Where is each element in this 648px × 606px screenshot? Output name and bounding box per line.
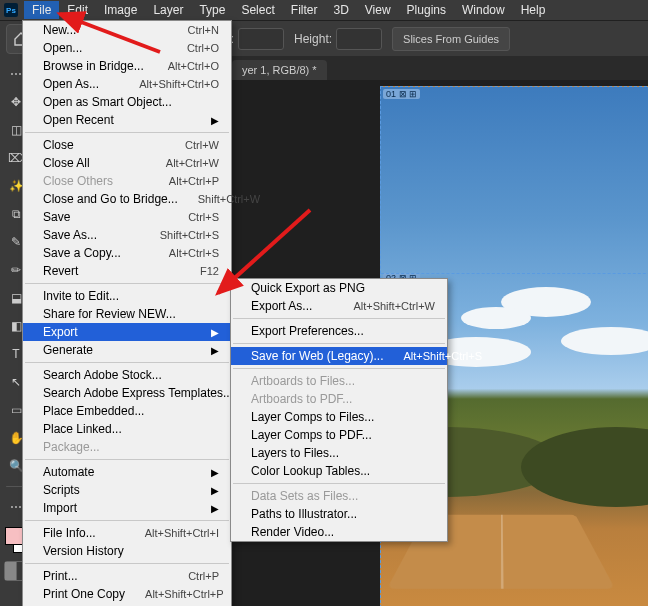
menu-item-label: Package... [43,440,219,454]
file-menu-item-place-embedded[interactable]: Place Embedded... [23,402,231,420]
file-menu-item-save[interactable]: SaveCtrl+S [23,208,231,226]
file-menu: New...Ctrl+NOpen...Ctrl+OBrowse in Bridg… [22,20,232,606]
menu-item-shortcut: Shift+Ctrl+W [198,193,260,205]
slices-from-guides-button[interactable]: Slices From Guides [392,27,510,51]
menu-plugins[interactable]: Plugins [399,1,454,19]
submenu-arrow-icon: ▶ [211,503,219,514]
file-menu-item-close-all[interactable]: Close AllAlt+Ctrl+W [23,154,231,172]
export-menu-item-save-for-web-legacy[interactable]: Save for Web (Legacy)...Alt+Shift+Ctrl+S [231,347,447,365]
menu-filter[interactable]: Filter [283,1,326,19]
export-menu-item-paths-to-illustrator[interactable]: Paths to Illustrator... [231,505,447,523]
menu-image[interactable]: Image [96,1,145,19]
file-menu-item-open-as-smart-object[interactable]: Open as Smart Object... [23,93,231,111]
file-menu-separator [25,362,229,363]
export-menu-item-layer-comps-to-pdf[interactable]: Layer Comps to PDF... [231,426,447,444]
file-menu-item-close-others: Close OthersAlt+Ctrl+P [23,172,231,190]
export-menu-item-layer-comps-to-files[interactable]: Layer Comps to Files... [231,408,447,426]
menu-item-shortcut: Alt+Ctrl+W [166,157,219,169]
menu-item-label: Export As... [251,299,333,313]
file-menu-item-new[interactable]: New...Ctrl+N [23,21,231,39]
file-menu-separator [25,283,229,284]
menu-item-label: Export Preferences... [251,324,435,338]
file-menu-item-print-one-copy[interactable]: Print One CopyAlt+Shift+Ctrl+P [23,585,231,603]
menu-item-label: Print One Copy [43,587,125,601]
slice-guide [381,273,648,274]
menu-help[interactable]: Help [513,1,554,19]
slices-button-label: Slices From Guides [403,33,499,45]
menu-item-label: Open... [43,41,167,55]
export-menu-item-color-lookup-tables[interactable]: Color Lookup Tables... [231,462,447,480]
height-field[interactable]: Height: [294,28,382,50]
menu-item-label: Place Linked... [43,422,219,436]
menu-item-shortcut: Alt+Shift+Ctrl+O [139,78,219,90]
menu-item-label: Paths to Illustrator... [251,507,435,521]
menu-item-label: Save As... [43,228,140,242]
file-menu-item-open-as[interactable]: Open As...Alt+Shift+Ctrl+O [23,75,231,93]
file-menu-item-invite-to-edit[interactable]: Invite to Edit... [23,287,231,305]
file-menu-item-search-adobe-express-templates[interactable]: Search Adobe Express Templates... [23,384,231,402]
slice-label-01[interactable]: 01 ⊠ ⊞ [383,89,420,99]
menu-view[interactable]: View [357,1,399,19]
document-tab[interactable]: yer 1, RGB/8) * [232,60,327,80]
menu-item-label: Artboards to PDF... [251,392,435,406]
file-menu-item-file-info[interactable]: File Info...Alt+Shift+Ctrl+I [23,524,231,542]
file-menu-item-generate[interactable]: Generate▶ [23,341,231,359]
file-menu-item-share-for-review-new[interactable]: Share for Review NEW... [23,305,231,323]
file-menu-item-automate[interactable]: Automate▶ [23,463,231,481]
menu-select[interactable]: Select [233,1,282,19]
file-menu-item-save-as[interactable]: Save As...Shift+Ctrl+S [23,226,231,244]
menu-item-label: Search Adobe Express Templates... [43,386,233,400]
menu-item-label: Version History [43,544,219,558]
submenu-arrow-icon: ▶ [211,327,219,338]
export-menu-item-layers-to-files[interactable]: Layers to Files... [231,444,447,462]
menu-layer[interactable]: Layer [145,1,191,19]
file-menu-separator [25,132,229,133]
export-menu-item-export-preferences[interactable]: Export Preferences... [231,322,447,340]
export-menu-item-render-video[interactable]: Render Video... [231,523,447,541]
export-menu-item-quick-export-as-png[interactable]: Quick Export as PNG [231,279,447,297]
file-menu-item-import[interactable]: Import▶ [23,499,231,517]
menu-edit[interactable]: Edit [59,1,96,19]
menu-window[interactable]: Window [454,1,513,19]
file-menu-item-place-linked[interactable]: Place Linked... [23,420,231,438]
file-menu-item-scripts[interactable]: Scripts▶ [23,481,231,499]
export-submenu: Quick Export as PNGExport As...Alt+Shift… [230,278,448,542]
menu-item-label: New... [43,23,168,37]
file-menu-item-revert[interactable]: RevertF12 [23,262,231,280]
menu-item-shortcut: Alt+Shift+Ctrl+S [404,350,483,362]
file-menu-item-open-recent[interactable]: Open Recent▶ [23,111,231,129]
file-menu-item-open[interactable]: Open...Ctrl+O [23,39,231,57]
file-menu-separator [25,520,229,521]
submenu-arrow-icon: ▶ [211,115,219,126]
menu-item-label: Open As... [43,77,119,91]
export-menu-item-export-as[interactable]: Export As...Alt+Shift+Ctrl+W [231,297,447,315]
file-menu-item-version-history[interactable]: Version History [23,542,231,560]
menu-item-label: Generate [43,343,201,357]
submenu-arrow-icon: ▶ [211,467,219,478]
menu-item-label: Save a Copy... [43,246,149,260]
menu-type[interactable]: Type [191,1,233,19]
file-menu-item-save-a-copy[interactable]: Save a Copy...Alt+Ctrl+S [23,244,231,262]
menu-item-label: Place Embedded... [43,404,219,418]
file-menu-item-search-adobe-stock[interactable]: Search Adobe Stock... [23,366,231,384]
menu-item-label: Save [43,210,168,224]
menu-item-shortcut: Alt+Ctrl+P [169,175,219,187]
submenu-arrow-icon: ▶ [211,485,219,496]
file-menu-item-close-and-go-to-bridge[interactable]: Close and Go to Bridge...Shift+Ctrl+W [23,190,231,208]
menu-item-shortcut: Alt+Shift+Ctrl+W [353,300,435,312]
menu-3d[interactable]: 3D [325,1,356,19]
export-menu-separator [233,483,445,484]
menu-item-shortcut: Ctrl+P [188,570,219,582]
file-menu-item-print[interactable]: Print...Ctrl+P [23,567,231,585]
menu-item-shortcut: Shift+Ctrl+S [160,229,219,241]
menu-item-shortcut: Alt+Ctrl+S [169,247,219,259]
menu-item-label: Quick Export as PNG [251,281,435,295]
menu-item-shortcut: Ctrl+S [188,211,219,223]
menu-item-label: Close All [43,156,146,170]
file-menu-item-close[interactable]: CloseCtrl+W [23,136,231,154]
file-menu-item-browse-in-bridge[interactable]: Browse in Bridge...Alt+Ctrl+O [23,57,231,75]
export-menu-separator [233,343,445,344]
file-menu-item-export[interactable]: Export▶ [23,323,231,341]
menu-file[interactable]: File [24,1,59,19]
menu-item-shortcut: F12 [200,265,219,277]
